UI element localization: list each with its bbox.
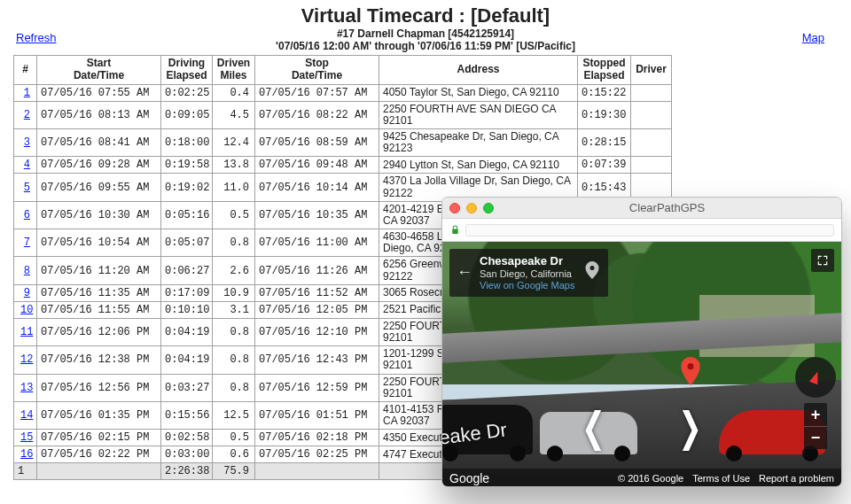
row-num: 13	[14, 374, 37, 401]
page-header: Virtual Timecard : [Default] #17 Darnell…	[0, 0, 851, 54]
row-driven-miles: 0.8	[213, 318, 255, 345]
row-link[interactable]: 8	[21, 265, 33, 277]
row-driving-elapsed: 0:17:09	[161, 284, 213, 301]
row-stop: 07/05/16 12:10 PM	[255, 318, 379, 345]
row-link[interactable]: 2	[21, 109, 33, 121]
window-zoom-button[interactable]	[483, 203, 494, 213]
address-input[interactable]	[465, 224, 834, 236]
row-num: 16	[14, 446, 37, 463]
row-num: 8	[14, 257, 37, 284]
col-driver: Driver	[631, 56, 672, 85]
row-num: 14	[14, 401, 37, 429]
row-start: 07/05/16 10:30 AM	[37, 201, 161, 229]
table-row: 407/05/16 09:28 AM0:19:5813.807/05/16 09…	[14, 157, 672, 174]
terms-link[interactable]: Terms of Use	[692, 473, 750, 484]
window-close-button[interactable]	[449, 203, 460, 213]
row-link[interactable]: 11	[18, 326, 35, 338]
row-driven-miles: 11.0	[213, 174, 255, 201]
row-stop: 07/05/16 10:35 AM	[255, 201, 379, 229]
row-link[interactable]: 6	[21, 209, 33, 221]
row-start: 07/05/16 12:06 PM	[37, 318, 161, 345]
table-head: # StartDate/Time DrivingElapsed DrivenMi…	[14, 56, 672, 85]
row-driving-elapsed: 0:02:25	[161, 84, 213, 101]
row-link[interactable]: 10	[18, 304, 35, 316]
row-stop: 07/05/16 12:05 PM	[255, 301, 379, 318]
browser-address-bar	[442, 219, 841, 242]
row-stop: 07/05/16 02:25 PM	[255, 446, 379, 463]
col-de: DrivingElapsed	[161, 56, 213, 85]
street-view-controls: + −	[795, 357, 836, 449]
street-view-info[interactable]: ← Chesapeake Dr San Diego, California Vi…	[449, 249, 608, 297]
row-start: 07/05/16 01:35 PM	[37, 401, 161, 429]
row-start: 07/05/16 11:20 AM	[37, 257, 161, 284]
row-driven-miles: 0.6	[213, 446, 255, 463]
popup-titlebar[interactable]: ClearPathGPS	[442, 198, 841, 219]
back-arrow-icon[interactable]: ←	[457, 263, 472, 282]
row-link[interactable]: 16	[18, 448, 35, 461]
view-on-google-link[interactable]: View on Google Maps	[480, 280, 574, 291]
window-minimize-button[interactable]	[466, 203, 477, 213]
map-popup-window: ClearPathGPS ← Chesapeake Dr San Diego, …	[441, 197, 842, 487]
row-num: 9	[14, 284, 37, 301]
row-driven-miles: 12.5	[213, 401, 255, 429]
row-driving-elapsed: 0:19:58	[161, 157, 213, 174]
row-stop: 07/05/16 12:43 PM	[255, 346, 379, 374]
svg-point-0	[687, 363, 693, 369]
lock-icon	[449, 224, 460, 236]
row-driven-miles: 13.8	[213, 157, 255, 174]
row-driven-miles: 0.4	[213, 84, 255, 101]
total-driving-elapsed: 2:26:38	[161, 463, 213, 480]
row-driver	[631, 157, 672, 174]
row-link[interactable]: 13	[18, 382, 35, 394]
row-stop: 07/05/16 08:59 AM	[255, 128, 379, 156]
row-num: 4	[14, 157, 37, 174]
row-start: 07/05/16 09:55 AM	[37, 174, 161, 201]
row-stop: 07/05/16 01:51 PM	[255, 401, 379, 429]
map-link[interactable]: Map	[802, 31, 824, 44]
fullscreen-button[interactable]	[811, 249, 834, 272]
nav-next-icon[interactable]: ❯	[678, 403, 702, 451]
row-link[interactable]: 1	[21, 87, 33, 99]
row-driving-elapsed: 0:04:19	[161, 346, 213, 374]
row-driven-miles: 10.9	[213, 284, 255, 301]
row-stopped-elapsed: 0:15:22	[578, 84, 631, 101]
row-link[interactable]: 12	[18, 353, 35, 366]
street-view-overlay: ← Chesapeake Dr San Diego, California Vi…	[449, 249, 834, 297]
row-num: 7	[14, 229, 37, 257]
row-link[interactable]: 9	[21, 287, 33, 299]
row-link[interactable]: 7	[21, 236, 33, 249]
zoom-in-button[interactable]: +	[804, 403, 827, 426]
row-address: 2250 FOURTH AVE SAN DIEGO CA 92101	[379, 101, 578, 128]
zoom-out-button[interactable]: −	[804, 426, 827, 449]
row-driven-miles: 2.6	[213, 257, 255, 284]
location-pin-icon	[585, 261, 599, 283]
total-count: 1	[14, 463, 37, 480]
row-link[interactable]: 14	[18, 409, 35, 422]
row-stop: 07/05/16 07:57 AM	[255, 84, 379, 101]
compass-control[interactable]	[795, 357, 836, 398]
row-driven-miles: 0.5	[213, 430, 255, 446]
nav-prev-icon[interactable]: ❮	[582, 403, 605, 451]
row-stop: 07/05/16 11:52 AM	[255, 284, 379, 301]
row-link[interactable]: 15	[18, 431, 35, 444]
table-row: 207/05/16 08:13 AM0:09:054.507/05/16 08:…	[14, 101, 672, 128]
row-link[interactable]: 4	[21, 159, 33, 171]
row-stop: 07/05/16 02:18 PM	[255, 430, 379, 446]
col-addr: Address	[379, 56, 578, 85]
street-view[interactable]: ← Chesapeake Dr San Diego, California Vi…	[442, 242, 841, 487]
compass-needle-icon	[809, 370, 822, 385]
row-link[interactable]: 3	[21, 136, 33, 149]
row-stop: 07/05/16 08:22 AM	[255, 101, 379, 128]
row-num: 15	[14, 430, 37, 446]
place-title: Chesapeake Dr	[480, 254, 574, 268]
copyright-label: © 2016 Google	[618, 473, 683, 484]
row-link[interactable]: 5	[21, 182, 33, 194]
row-start: 07/05/16 08:13 AM	[37, 101, 161, 128]
row-stop: 07/05/16 11:26 AM	[255, 257, 379, 284]
refresh-link[interactable]: Refresh	[16, 31, 57, 44]
row-driving-elapsed: 0:18:00	[161, 128, 213, 156]
row-stopped-elapsed: 0:28:15	[578, 128, 631, 156]
report-link[interactable]: Report a problem	[759, 473, 834, 484]
row-num: 10	[14, 301, 37, 318]
row-start: 07/05/16 02:22 PM	[37, 446, 161, 463]
